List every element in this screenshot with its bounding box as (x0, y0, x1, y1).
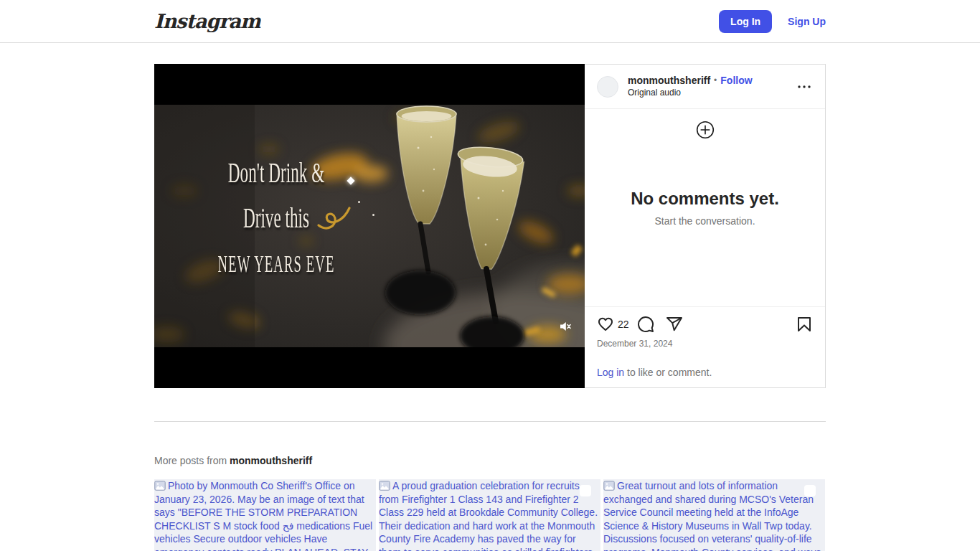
more-options-icon[interactable] (796, 78, 813, 95)
post-actions: 22 (585, 306, 825, 387)
tile-alt-text: Great turnout and lots of information ex… (603, 480, 821, 551)
post-video[interactable]: Don't Drink & Drive this NEW YEARS EVE (154, 64, 585, 388)
instagram-logo[interactable]: Instagram (154, 10, 260, 32)
plus-icon[interactable] (696, 121, 715, 142)
dot-separator: • (714, 75, 717, 86)
more-post-tile[interactable]: A proud graduation celebration for recru… (379, 479, 600, 551)
tile-alt-text: Photo by Monmouth Co Sheriff's Office on… (154, 480, 372, 551)
login-prompt-link[interactable]: Log in (597, 367, 624, 378)
comments-section: No comments yet. Start the conversation. (585, 109, 825, 306)
broken-image-icon (603, 481, 615, 491)
carousel-icon (580, 485, 591, 496)
more-post-tile[interactable]: Great turnout and lots of information ex… (603, 479, 825, 551)
mute-icon[interactable] (559, 320, 572, 333)
save-icon[interactable] (796, 316, 813, 333)
section-divider (154, 421, 826, 422)
avatar[interactable] (597, 76, 618, 98)
more-posts-username[interactable]: monmouthsheriff (230, 455, 312, 466)
sparkle-dot (358, 201, 360, 203)
no-comments-title: No comments yet. (631, 189, 779, 209)
login-prompt-rest: to like or comment. (624, 367, 712, 378)
video-frame: Don't Drink & Drive this NEW YEARS EVE (154, 105, 585, 347)
gold-ribbon-art (316, 202, 354, 234)
audio-label[interactable]: Original audio (628, 88, 753, 98)
like-count[interactable]: 22 (618, 319, 629, 330)
more-posts-heading: More posts from monmouthsheriff (154, 455, 826, 466)
broken-image-icon (154, 481, 166, 491)
post-card: Don't Drink & Drive this NEW YEARS EVE (154, 64, 826, 388)
post-side-panel: monmouthsheriff • Follow Original audio (585, 64, 826, 388)
share-icon[interactable] (666, 316, 683, 333)
follow-button[interactable]: Follow (720, 75, 752, 88)
login-button[interactable]: Log In (719, 10, 772, 33)
signup-link[interactable]: Sign Up (788, 16, 826, 27)
carousel-icon (804, 485, 816, 496)
no-comments-subtitle: Start the conversation. (654, 215, 755, 227)
login-prompt: Log in to like or comment. (597, 367, 813, 378)
post-header: monmouthsheriff • Follow Original audio (585, 65, 825, 109)
like-icon[interactable] (597, 316, 614, 333)
video-overlay-line1: Don't Drink & (205, 159, 347, 187)
comment-icon[interactable] (637, 316, 654, 333)
tile-alt-text: A proud graduation celebration for recru… (379, 480, 598, 551)
more-posts-prefix: More posts from (154, 455, 230, 466)
video-overlay-line3: NEW YEARS EVE (209, 252, 344, 276)
more-posts-grid: Photo by Monmouth Co Sheriff's Office on… (154, 479, 826, 551)
post-date: December 31, 2024 (597, 339, 813, 349)
sparkle-dot (372, 214, 374, 216)
top-navbar: Instagram Log In Sign Up (0, 0, 980, 43)
more-post-tile[interactable]: Photo by Monmouth Co Sheriff's Office on… (154, 479, 376, 551)
post-username[interactable]: monmouthsheriff (628, 75, 710, 88)
broken-image-icon (379, 481, 390, 491)
